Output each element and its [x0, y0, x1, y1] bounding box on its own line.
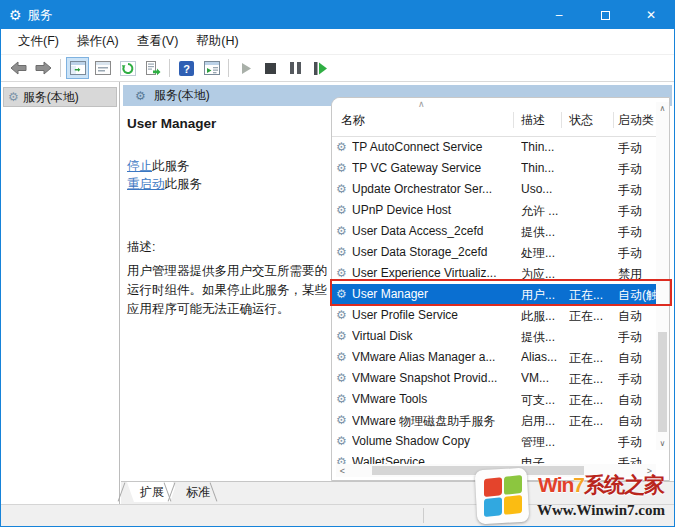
cell-description: 处理...	[521, 245, 565, 262]
cell-name: Volume Shadow Copy	[352, 434, 512, 448]
service-list-panel: ∧ 名称 描述 状态 启动类 ⚙TP AutoConnect ServiceTh…	[331, 97, 670, 481]
extended-view-icon[interactable]	[200, 57, 223, 79]
cell-startup-type: 禁用	[618, 266, 656, 283]
table-row[interactable]: ⚙User Profile Service此服...正在...自动	[332, 305, 656, 326]
services-gear-icon: ⚙	[8, 90, 19, 104]
cell-description: 管理...	[521, 434, 565, 451]
forward-icon[interactable]	[32, 57, 55, 79]
service-gear-icon: ⚙	[336, 266, 347, 280]
watermark-url: Www.Winwin7.com	[530, 502, 672, 519]
cell-description: 用户...	[521, 287, 565, 304]
cell-startup-type: 手动	[618, 434, 656, 451]
restart-service-link[interactable]: 重启动	[127, 177, 165, 191]
window-title: 服务	[28, 7, 53, 24]
windows-flag-icon	[484, 475, 522, 517]
cell-startup-type: 手动	[618, 161, 656, 178]
back-icon[interactable]	[7, 57, 30, 79]
service-gear-icon: ⚙	[336, 371, 347, 385]
cell-name: TP AutoConnect Service	[352, 140, 512, 154]
table-row[interactable]: ⚙User Manager用户...正在...自动(触	[332, 284, 656, 305]
service-gear-icon: ⚙	[336, 224, 347, 238]
pause-service-icon[interactable]	[284, 57, 307, 79]
cell-startup-type: 自动	[618, 350, 656, 367]
cell-description: 可支...	[521, 392, 565, 409]
cell-startup-type: 手动	[618, 245, 656, 262]
table-row[interactable]: ⚙TP VC Gateway ServiceThin...手动	[332, 158, 656, 179]
cell-name: User Profile Service	[352, 308, 512, 322]
table-row[interactable]: ⚙Virtual Disk提供...手动	[332, 326, 656, 347]
scroll-down-icon[interactable]: ∨	[656, 437, 669, 450]
close-button[interactable]: ✕	[628, 1, 674, 29]
table-row[interactable]: ⚙User Data Storage_2cefd处理...手动	[332, 242, 656, 263]
restart-service-suffix: 此服务	[165, 177, 203, 191]
cell-status: 正在...	[569, 350, 615, 367]
description-text: 用户管理器提供多用户交互所需要的运行时组件。如果停止此服务，某些应用程序可能无法…	[127, 262, 329, 319]
cell-description: Thin...	[521, 161, 565, 175]
table-row[interactable]: ⚙VMware Snapshot Provid...VM...正在...手动	[332, 368, 656, 389]
toolbar: ?	[1, 55, 674, 82]
service-gear-icon: ⚙	[336, 161, 347, 175]
table-header: ∧ 名称 描述 状态 启动类	[332, 98, 669, 137]
table-row[interactable]: ⚙TP AutoConnect ServiceThin...手动	[332, 137, 656, 158]
cell-startup-type: 手动	[618, 224, 656, 241]
column-header-startup[interactable]: 启动类	[618, 112, 654, 129]
scroll-up-icon[interactable]: ∧	[656, 102, 669, 115]
table-row[interactable]: ⚙User Experience Virtualiz...为应...禁用	[332, 263, 656, 284]
vertical-scroll-thumb[interactable]	[658, 332, 667, 432]
menu-item-0[interactable]: 文件(F)	[9, 29, 68, 54]
maximize-button[interactable]	[582, 1, 628, 29]
scroll-left-icon[interactable]: <	[336, 464, 349, 477]
vertical-scrollbar[interactable]: ∧ ∨	[656, 102, 669, 450]
cell-description: 提供...	[521, 329, 565, 346]
cell-description: 允许 ...	[521, 203, 565, 220]
column-header-status[interactable]: 状态	[569, 112, 593, 129]
content-area: ⚙ 服务(本地) ⚙ 服务(本地) User Manager 停止此服务 重启动…	[1, 82, 674, 504]
cell-startup-type: 手动	[618, 329, 656, 346]
service-gear-icon: ⚙	[336, 245, 347, 259]
tree-item-services-local[interactable]: ⚙ 服务(本地)	[3, 87, 117, 107]
table-row[interactable]: ⚙Update Orchestrator Ser...Uso...手动	[332, 179, 656, 200]
column-header-name[interactable]: 名称	[341, 112, 365, 129]
help-icon[interactable]: ?	[175, 57, 198, 79]
cell-description: 提供...	[521, 224, 565, 241]
menu-item-3[interactable]: 帮助(H)	[187, 29, 247, 54]
export-list-icon[interactable]	[141, 57, 164, 79]
cell-startup-type: 手动	[618, 140, 656, 157]
refresh-icon[interactable]	[116, 57, 139, 79]
table-row[interactable]: ⚙VMware Alias Manager a...Alias...正在...自…	[332, 347, 656, 368]
table-row[interactable]: ⚙VMware Tools可支...正在...自动	[332, 389, 656, 410]
menu-item-2[interactable]: 查看(V)	[128, 29, 188, 54]
status-bar-divider	[423, 508, 424, 523]
cell-name: VMware Alias Manager a...	[352, 350, 512, 364]
restart-service-icon[interactable]	[309, 57, 332, 79]
start-service-icon[interactable]	[234, 57, 257, 79]
cell-description: 为应...	[521, 266, 565, 283]
service-gear-icon: ⚙	[336, 308, 347, 322]
console-tree-icon[interactable]	[66, 57, 89, 79]
cell-name: UPnP Device Host	[352, 203, 512, 217]
table-row[interactable]: ⚙Volume Shadow Copy管理...手动	[332, 431, 656, 452]
table-row[interactable]: ⚙UPnP Device Host允许 ...手动	[332, 200, 656, 221]
cell-name: User Experience Virtualiz...	[352, 266, 512, 280]
service-detail-pane: User Manager 停止此服务 重启动此服务 描述: 用户管理器提供多用户…	[127, 112, 329, 480]
table-row[interactable]: ⚙User Data Access_2cefd提供...手动	[332, 221, 656, 242]
service-gear-icon: ⚙	[336, 413, 347, 427]
cell-description: Thin...	[521, 140, 565, 154]
service-gear-icon: ⚙	[336, 392, 347, 406]
services-gear-icon: ⚙	[9, 7, 22, 23]
cell-name: TP VC Gateway Service	[352, 161, 512, 175]
cell-status: 正在...	[569, 287, 615, 304]
column-header-desc[interactable]: 描述	[521, 112, 545, 129]
service-gear-icon: ⚙	[336, 350, 347, 364]
stop-service-link[interactable]: 停止	[127, 159, 152, 173]
menu-item-1[interactable]: 操作(A)	[68, 29, 128, 54]
toolbar-separator	[60, 59, 61, 77]
toolbar-separator	[228, 59, 229, 77]
stop-service-icon[interactable]	[259, 57, 282, 79]
minimize-button[interactable]: –	[536, 1, 582, 29]
cell-name: Virtual Disk	[352, 329, 512, 343]
cell-name: User Manager	[352, 287, 512, 301]
table-row[interactable]: ⚙VMware 物理磁盘助手服务启用...正在...自动	[332, 410, 656, 431]
properties-icon[interactable]	[91, 57, 114, 79]
cell-description: Uso...	[521, 182, 565, 196]
